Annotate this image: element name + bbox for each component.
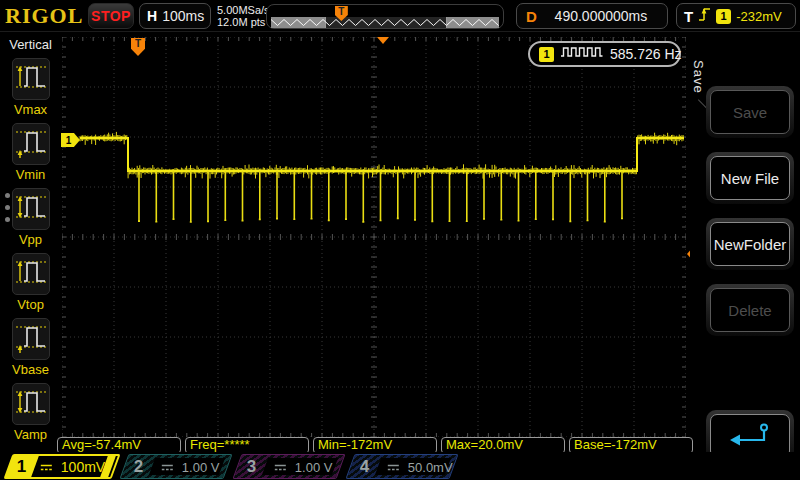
run-state-label: STOP [91,8,131,24]
measure-label: Vbase [0,362,61,377]
counter-channel-badge: 1 [539,47,554,62]
save-button[interactable]: Save [710,90,790,134]
return-arrow-icon [728,422,772,451]
run-state-indicator: STOP [88,3,134,29]
measure-label: Vmax [0,102,61,117]
channel-number: 4 [360,457,369,477]
top-status-bar: RIGOL STOP H 100ms 5.00MSa/s 12.0M pts T… [0,0,800,32]
counter-frequency-value: 585.726 Hz [610,46,682,62]
measure-label: Vpp [0,232,61,247]
ch1-waveform-trace [62,37,686,437]
new-file-button[interactable]: New File [710,156,790,200]
preview-waveform [271,17,499,28]
channel-status-1[interactable]: 1100mV [3,454,120,479]
newfolder-button[interactable]: NewFolder [710,222,790,266]
vbase-icon [12,318,50,360]
channel-status-bar: 1100mV21.00 V31.00 V450.0mV [0,452,800,480]
rising-edge-icon [698,6,711,27]
delay-box: D 490.000000ms [516,3,668,29]
memory-depth: 12.0M pts [217,16,270,28]
h-label: H [147,8,157,24]
vtop-icon [12,253,50,295]
t-label: T [684,8,693,25]
preview-bar [271,17,499,28]
vpp-icon [12,188,50,230]
trigger-source-badge: 1 [716,9,731,24]
sidebar-item-vtop[interactable]: Vtop [0,253,61,312]
dc-coupling-icon [274,458,287,476]
trigger-box: T 1 -232mV [676,3,796,29]
waveform-preview-strip: T [266,4,504,29]
pulse-train-icon [560,45,604,63]
measure-label: Vmin [0,167,61,182]
vmin-icon [12,123,50,165]
vamp-icon [12,383,50,425]
sample-rate: 5.00MSa/s [217,4,270,16]
oscilloscope-screen: RIGOL STOP H 100ms 5.00MSa/s 12.0M pts T… [0,0,800,480]
channel-status-4[interactable]: 450.0mV [345,454,458,479]
menu-page-dot [5,217,10,222]
channel-scale: 100mV [61,459,105,475]
menu-page-dot [5,205,10,210]
acquisition-info: 5.00MSa/s 12.0M pts [217,4,270,28]
vmax-icon [12,58,50,100]
channel-number: 1 [17,457,26,477]
vertical-measure-menu: Vertical VmaxVminVppVtopVbaseVamp [0,32,61,452]
menu-tab-save: Save [691,60,706,94]
channel-status-2[interactable]: 21.00 V [119,454,232,479]
delay-value: 490.000000ms [545,8,667,24]
dc-coupling-icon [387,458,400,476]
timebase-value: 100ms [162,8,204,24]
channel-number: 2 [134,457,143,477]
sidebar-item-vmin[interactable]: Vmin [0,123,61,182]
measure-label: Vamp [0,427,61,442]
sidebar-item-vbase[interactable]: Vbase [0,318,61,377]
dc-coupling-icon [40,458,53,476]
horizontal-timebase-box: H 100ms [139,3,211,29]
delete-button[interactable]: Delete [710,288,790,332]
channel-number: 3 [247,457,256,477]
channel-scale: 1.00 V [182,459,220,474]
d-label: D [526,8,537,25]
sidebar-item-vmax[interactable]: Vmax [0,58,61,117]
measure-label: Vtop [0,297,61,312]
sidebar-item-vamp[interactable]: Vamp [0,383,61,442]
trigger-level-value: -232mV [736,9,782,24]
channel-scale: 1.00 V [295,459,333,474]
dc-coupling-icon [161,458,174,476]
menu-page-dot [5,193,10,198]
channel-status-3[interactable]: 31.00 V [232,454,345,479]
menu-title: Vertical [0,37,61,52]
brand-logo: RIGOL [5,3,83,29]
channel-scale: 50.0mV [408,459,453,474]
frequency-counter: 1 585.726 Hz [528,41,681,67]
